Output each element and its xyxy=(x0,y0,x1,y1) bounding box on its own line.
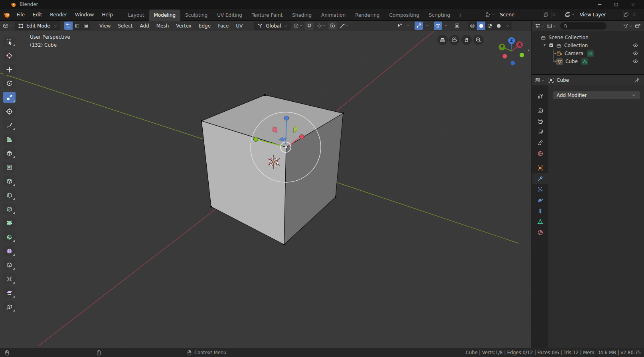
properties-tab-material[interactable] xyxy=(532,227,548,238)
pan-view-button[interactable] xyxy=(461,35,472,45)
viewport-menu-select[interactable]: Select xyxy=(114,21,136,31)
outliner-row-scene-collection[interactable]: Scene Collection xyxy=(532,34,644,41)
proportional-falloff-button[interactable] xyxy=(339,22,349,30)
properties-tab-object-data[interactable] xyxy=(532,216,548,227)
object-type-visibility-button[interactable] xyxy=(395,22,404,30)
blender-menu-icon[interactable] xyxy=(3,11,10,18)
workspace-tab-uv-editing[interactable]: UV Editing xyxy=(212,10,247,21)
properties-tab-particles[interactable] xyxy=(532,184,548,195)
tool-scale[interactable] xyxy=(3,92,16,103)
add-workspace-button[interactable]: + xyxy=(455,10,465,21)
outliner-row-cube[interactable]: Cube xyxy=(532,57,644,65)
outliner-row-camera[interactable]: Camera xyxy=(532,49,644,57)
viewport-menu-add[interactable]: Add xyxy=(136,21,153,31)
new-scene-button[interactable] xyxy=(543,10,551,19)
scene-3d-view[interactable]: ZYX xyxy=(0,31,531,348)
shading-solid-button[interactable] xyxy=(477,22,485,30)
view-layer-browse-button[interactable] xyxy=(565,12,575,18)
tool-annotate[interactable] xyxy=(3,120,16,131)
hide-in-viewport-toggle[interactable] xyxy=(632,58,638,65)
maximize-button[interactable] xyxy=(614,1,620,8)
tool-transform[interactable] xyxy=(3,106,16,117)
properties-tab-constraints[interactable] xyxy=(532,205,548,216)
viewport-menu-face[interactable]: Face xyxy=(214,21,232,31)
minimize-button[interactable] xyxy=(597,1,603,8)
tool-inset-faces[interactable] xyxy=(3,162,16,173)
zoom-view-button[interactable] xyxy=(473,35,484,45)
show-overlays-button[interactable] xyxy=(434,22,442,30)
workspace-tab-compositing[interactable]: Compositing xyxy=(384,10,424,21)
tool-select-box[interactable] xyxy=(3,36,16,47)
viewport-menu-mesh[interactable]: Mesh xyxy=(153,21,173,31)
properties-tab-modifiers[interactable] xyxy=(532,173,548,184)
workspace-tab-scripting[interactable]: Scripting xyxy=(424,10,455,21)
tool-smooth[interactable] xyxy=(3,245,16,256)
outliner-display-mode-button[interactable] xyxy=(546,22,556,30)
close-button[interactable] xyxy=(630,1,637,8)
snap-toggle-button[interactable] xyxy=(305,22,314,30)
menu-render[interactable]: Render xyxy=(46,9,71,21)
workspace-tab-animation[interactable]: Animation xyxy=(316,10,350,21)
viewport-canvas[interactable]: ZYX User Perspective (132) Cube ‹ xyxy=(0,31,531,348)
shading-material-preview-button[interactable] xyxy=(486,22,494,30)
tool-shrink-fatten[interactable] xyxy=(3,273,16,284)
hide-in-viewport-toggle[interactable] xyxy=(632,50,638,57)
pin-id-button[interactable] xyxy=(634,77,640,83)
properties-tab-scene[interactable] xyxy=(532,137,548,148)
properties-tab-output[interactable] xyxy=(532,116,548,126)
scene-browse-button[interactable] xyxy=(485,12,495,18)
outliner-camera-data-badge[interactable] xyxy=(587,50,594,57)
edge-select-button[interactable] xyxy=(73,22,81,30)
tool-poly-build[interactable] xyxy=(3,217,16,229)
properties-tab-tool[interactable] xyxy=(532,91,548,101)
viewport-menu-view[interactable]: View xyxy=(96,21,114,31)
menu-help[interactable]: Help xyxy=(98,9,117,21)
viewport-menu-uv[interactable]: UV xyxy=(232,21,246,31)
outliner-search-input[interactable] xyxy=(560,22,606,30)
chevron-down-icon[interactable] xyxy=(405,22,410,30)
workspace-tab-rendering[interactable]: Rendering xyxy=(350,10,384,21)
add-modifier-dropdown[interactable]: Add Modifier xyxy=(552,91,640,99)
tool-knife[interactable] xyxy=(3,203,16,215)
tool-extrude-region[interactable] xyxy=(3,148,16,159)
viewport-menu-vertex[interactable]: Vertex xyxy=(172,21,195,31)
tool-measure[interactable] xyxy=(3,134,16,145)
tool-rip-region[interactable] xyxy=(3,301,16,312)
camera-view-button[interactable] xyxy=(449,35,460,45)
tool-loop-cut[interactable] xyxy=(3,189,16,201)
disclosure-triangle-icon[interactable] xyxy=(543,43,547,48)
mode-dropdown[interactable]: Edit Mode xyxy=(15,22,60,30)
properties-tab-object[interactable] xyxy=(532,162,548,173)
properties-tab-view-layer[interactable] xyxy=(532,126,548,137)
shading-rendered-button[interactable] xyxy=(494,22,503,30)
delete-scene-button[interactable] xyxy=(551,10,560,19)
show-gizmo-button[interactable] xyxy=(415,22,423,30)
shading-options-chevron[interactable] xyxy=(503,22,512,30)
view-layer-name-field[interactable]: View Layer xyxy=(576,10,623,19)
workspace-tab-layout[interactable]: Layout xyxy=(123,10,149,21)
new-view-layer-button[interactable] xyxy=(623,10,632,19)
pivot-point-button[interactable] xyxy=(293,22,303,30)
shading-wireframe-button[interactable] xyxy=(468,22,476,30)
scene-name-field[interactable]: Scene xyxy=(496,10,543,19)
menu-file[interactable]: File xyxy=(13,9,29,21)
collection-checkbox[interactable] xyxy=(549,43,554,49)
transform-orientation-dropdown[interactable]: Global xyxy=(254,22,290,30)
tool-cursor[interactable] xyxy=(3,50,16,61)
properties-tab-world[interactable] xyxy=(532,148,548,159)
tool-move[interactable] xyxy=(3,64,16,75)
chevron-down-icon[interactable] xyxy=(443,22,448,30)
tool-rotate[interactable] xyxy=(3,78,16,89)
workspace-tab-modeling[interactable]: Modeling xyxy=(149,10,181,21)
workspace-tab-shading[interactable]: Shading xyxy=(287,10,316,21)
properties-tab-physics[interactable] xyxy=(532,195,548,205)
workspace-tab-texture-paint[interactable]: Texture Paint xyxy=(247,10,287,21)
editor-type-button[interactable] xyxy=(2,22,12,30)
sidebar-toggle[interactable]: ‹ xyxy=(526,47,531,53)
viewport-menu-edge[interactable]: Edge xyxy=(195,21,214,31)
properties-editor-type-button[interactable] xyxy=(535,76,545,85)
menu-edit[interactable]: Edit xyxy=(29,9,46,21)
face-select-button[interactable] xyxy=(82,22,90,30)
remove-view-layer-button[interactable] xyxy=(632,10,640,19)
outliner-mesh-data-badge[interactable] xyxy=(581,58,588,65)
